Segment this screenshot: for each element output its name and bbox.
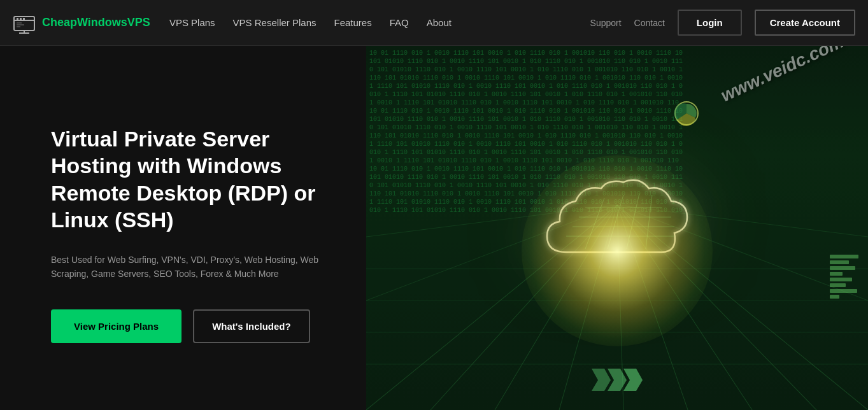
svg-rect-3 bbox=[20, 18, 22, 20]
bottom-arrows bbox=[592, 369, 643, 391]
logo-main-text: CheapWindows bbox=[42, 16, 127, 29]
view-pricing-button[interactable]: View Pricing Plans bbox=[51, 309, 181, 343]
support-link[interactable]: Support bbox=[590, 18, 622, 28]
cta-buttons: View Pricing Plans What's Included? bbox=[51, 309, 334, 343]
right-mini-panel bbox=[830, 255, 862, 300]
logo-icon bbox=[13, 11, 36, 34]
header-right: Support Contact Login Create Account bbox=[590, 10, 855, 36]
image-container: 10 01 1110 010 1 0010 1110 101 0010 1 01… bbox=[366, 46, 868, 410]
logo-accent-text: VPS bbox=[127, 16, 150, 29]
hero-title: Virtual Private Server Hosting with Wind… bbox=[51, 125, 334, 234]
create-account-button[interactable]: Create Account bbox=[755, 10, 855, 36]
digital-background: 10 01 1110 010 1 0010 1110 101 0010 1 01… bbox=[366, 46, 868, 410]
nav-item-vps-reseller-plans[interactable]: VPS Reseller Plans bbox=[233, 17, 317, 28]
logo-text: CheapWindowsVPS bbox=[42, 16, 150, 29]
chart-icon bbox=[667, 101, 706, 132]
logo-link[interactable]: CheapWindowsVPS bbox=[13, 11, 150, 34]
login-button[interactable]: Login bbox=[678, 10, 742, 36]
main-content: Virtual Private Server Hosting with Wind… bbox=[0, 46, 868, 410]
whats-included-button[interactable]: What's Included? bbox=[193, 309, 310, 343]
nav-item-about[interactable]: About bbox=[427, 17, 452, 28]
arrows-svg bbox=[592, 369, 643, 391]
nav-item-features[interactable]: Features bbox=[334, 17, 372, 28]
svg-rect-4 bbox=[23, 18, 25, 20]
hero-image-panel: 10 01 1110 010 1 0010 1110 101 0010 1 01… bbox=[366, 46, 868, 410]
contact-link[interactable]: Contact bbox=[634, 18, 665, 28]
nav-item-vps-plans[interactable]: VPS Plans bbox=[169, 17, 215, 28]
svg-rect-2 bbox=[17, 18, 18, 20]
site-header: CheapWindowsVPS VPS Plans VPS Reseller P… bbox=[0, 0, 868, 46]
nav-item-faq[interactable]: FAQ bbox=[390, 17, 409, 28]
main-nav: VPS Plans VPS Reseller Plans Features FA… bbox=[169, 17, 590, 28]
hero-subtitle: Best Used for Web Surfing, VPN's, VDI, P… bbox=[51, 253, 334, 281]
svg-marker-37 bbox=[592, 369, 611, 391]
hero-left-panel: Virtual Private Server Hosting with Wind… bbox=[0, 46, 366, 410]
glow-center bbox=[522, 155, 713, 346]
